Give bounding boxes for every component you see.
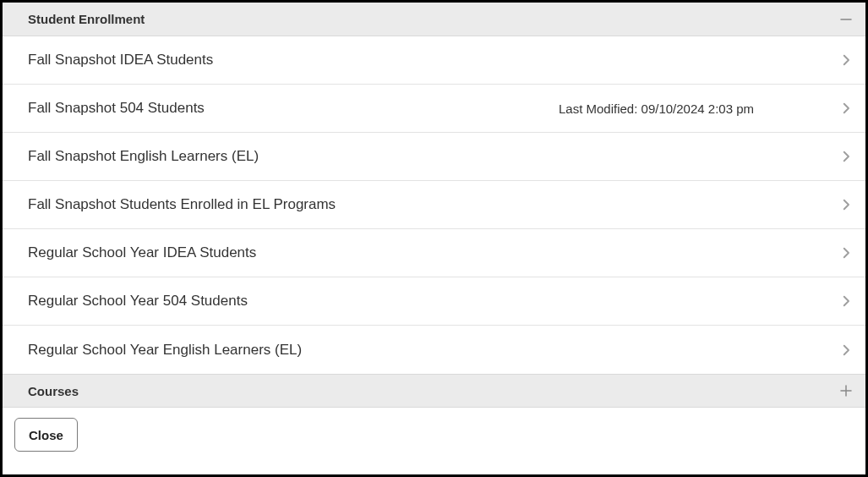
footer: Close xyxy=(3,408,865,462)
list-item[interactable]: Fall Snapshot IDEA Students xyxy=(3,36,865,85)
section-list-student-enrollment: Fall Snapshot IDEA Students Fall Snapsho… xyxy=(3,36,865,374)
app-frame: Student Enrollment Fall Snapshot IDEA St… xyxy=(0,0,868,477)
list-item-meta: Last Modified: 09/10/2024 2:03 pm xyxy=(559,101,754,116)
list-item[interactable]: Regular School Year English Learners (EL… xyxy=(3,326,865,374)
list-item-label: Fall Snapshot 504 Students xyxy=(28,100,205,117)
chevron-right-icon xyxy=(838,149,854,164)
section-header-student-enrollment[interactable]: Student Enrollment xyxy=(3,3,865,36)
list-item[interactable]: Regular School Year IDEA Students xyxy=(3,229,865,277)
list-item[interactable]: Regular School Year 504 Students xyxy=(3,277,865,326)
list-item-label: Regular School Year 504 Students xyxy=(28,293,248,310)
chevron-right-icon xyxy=(838,343,854,358)
chevron-right-icon xyxy=(838,52,854,68)
section-header-courses[interactable]: Courses xyxy=(3,374,865,408)
minus-icon xyxy=(838,12,854,27)
chevron-right-icon xyxy=(838,245,854,260)
plus-icon xyxy=(838,383,854,398)
section-title: Student Enrollment xyxy=(28,12,145,26)
section-title: Courses xyxy=(28,384,79,398)
list-item-label: Fall Snapshot IDEA Students xyxy=(28,52,213,69)
chevron-right-icon xyxy=(838,197,854,212)
list-item-label: Fall Snapshot English Learners (EL) xyxy=(28,148,259,165)
close-button[interactable]: Close xyxy=(14,418,78,452)
list-item[interactable]: Fall Snapshot Students Enrolled in EL Pr… xyxy=(3,181,865,229)
list-item[interactable]: Fall Snapshot English Learners (EL) xyxy=(3,133,865,181)
chevron-right-icon xyxy=(838,101,854,116)
list-item-label: Regular School Year IDEA Students xyxy=(28,244,256,261)
list-item-label: Regular School Year English Learners (EL… xyxy=(28,342,302,359)
chevron-right-icon xyxy=(838,293,854,309)
list-item[interactable]: Fall Snapshot 504 Students Last Modified… xyxy=(3,85,865,133)
list-item-label: Fall Snapshot Students Enrolled in EL Pr… xyxy=(28,196,336,213)
